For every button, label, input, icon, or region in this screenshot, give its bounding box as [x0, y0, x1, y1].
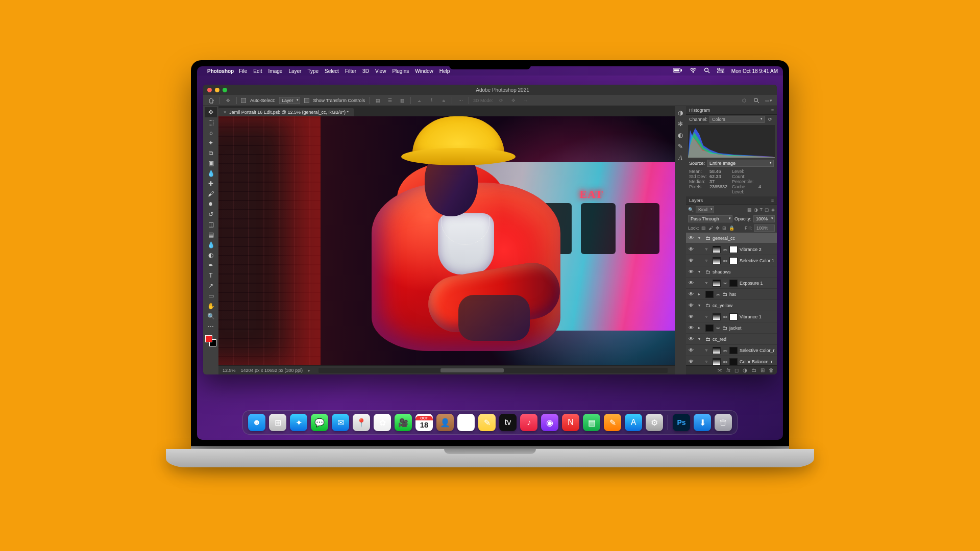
brush-tool[interactable]: 🖌 [205, 189, 217, 199]
adjustment-thumb[interactable] [713, 347, 721, 354]
hand-tool[interactable]: ✋ [205, 301, 217, 311]
layer-name[interactable]: Color Balance_r [740, 359, 773, 364]
menu-select[interactable]: Select [325, 68, 339, 74]
menu-image[interactable]: Image [268, 68, 283, 74]
battery-icon[interactable] [673, 68, 682, 74]
layer-name[interactable]: Selective Color 1 [740, 258, 774, 263]
marquee-tool[interactable]: ⬚ [205, 117, 217, 128]
auto-select-checkbox[interactable] [241, 98, 246, 103]
panel-menu-icon[interactable]: ≡ [771, 108, 774, 113]
visibility-toggle-icon[interactable]: 👁 [688, 314, 694, 319]
menu-3d[interactable]: 3D [362, 68, 369, 74]
dock-contacts[interactable]: 👤 [436, 414, 454, 431]
layer-filter-dropdown[interactable]: Kind [696, 206, 714, 213]
histogram-graph[interactable] [688, 125, 775, 158]
filter-type-icon[interactable]: T [760, 207, 763, 212]
close-button[interactable] [207, 88, 212, 92]
visibility-toggle-icon[interactable]: 👁 [688, 347, 694, 353]
opacity-input[interactable]: 100% [753, 215, 775, 222]
stamp-tool[interactable]: ⧯ [205, 199, 217, 209]
visibility-toggle-icon[interactable]: 👁 [688, 280, 694, 286]
spotlight-icon[interactable] [704, 67, 710, 74]
horizontal-scrollbar[interactable] [318, 368, 668, 373]
filter-pixel-icon[interactable]: ▦ [747, 207, 752, 212]
dock-mail[interactable]: ✉ [332, 414, 349, 431]
layer-name[interactable]: cc_red [713, 337, 726, 342]
dock-photos[interactable]: ✿ [374, 414, 391, 431]
menu-edit[interactable]: Edit [253, 68, 262, 74]
dock-podcasts[interactable]: ◉ [541, 414, 558, 431]
layer-row[interactable]: 👁▾🗀shadows [686, 266, 777, 278]
dock-music[interactable]: ♪ [520, 414, 537, 431]
mask-link-icon[interactable]: ⫘ [723, 314, 727, 319]
new-adjustment-icon[interactable]: ◑ [743, 367, 747, 373]
filter-smart-icon[interactable]: ◈ [771, 207, 775, 212]
filter-adjust-icon[interactable]: ◑ [754, 207, 758, 212]
visibility-toggle-icon[interactable]: 👁 [688, 291, 694, 297]
delete-layer-icon[interactable]: 🗑 [769, 367, 774, 373]
document-tab[interactable]: × Jamil Portrait 16 Edit.psb @ 12.5% (ge… [218, 108, 354, 116]
adjustment-thumb[interactable] [713, 358, 721, 365]
adjustment-thumb[interactable] [713, 257, 721, 264]
visibility-toggle-icon[interactable]: 👁 [688, 235, 694, 241]
dock-tv[interactable]: tv [499, 414, 517, 431]
home-button[interactable] [207, 96, 215, 105]
maximize-button[interactable] [223, 88, 227, 92]
app-menu[interactable]: Photoshop [207, 68, 234, 74]
dock-maps[interactable]: 📍 [353, 414, 370, 431]
dock-safari[interactable]: ✦ [290, 414, 307, 431]
mask-link-icon[interactable]: ⫘ [723, 348, 727, 353]
align-top-icon[interactable]: ⫠ [415, 96, 423, 105]
layer-row[interactable]: 👁▸⫘🗀jacket [686, 322, 777, 334]
layer-mask-thumb[interactable] [729, 280, 738, 287]
dock-trash[interactable]: 🗑 [715, 414, 732, 431]
layer-mask-icon[interactable]: ◻ [734, 367, 739, 373]
layer-row[interactable]: 👁▸⫘🗀hat [686, 289, 777, 300]
styles-panel-icon[interactable]: ✎ [678, 143, 683, 150]
canvas[interactable]: EAT [218, 116, 675, 365]
dock-notes[interactable]: ✎ [478, 414, 496, 431]
group-mask-thumb[interactable] [705, 324, 714, 332]
group-mask-thumb[interactable] [705, 291, 714, 298]
layer-name[interactable]: jacket [729, 325, 742, 331]
mask-link-icon[interactable]: ⫘ [723, 281, 727, 286]
foreground-color-swatch[interactable] [205, 335, 212, 342]
color-swatches[interactable] [205, 335, 216, 346]
adjustment-thumb[interactable] [713, 313, 721, 320]
filter-shape-icon[interactable]: ▢ [765, 207, 769, 212]
tab-close-icon[interactable]: × [224, 110, 226, 115]
menu-help[interactable]: Help [439, 68, 450, 74]
dock-calendar[interactable]: OCT18 [415, 414, 433, 431]
path-tool[interactable]: ↗ [205, 281, 217, 291]
layer-row[interactable]: 👁▿⫘Selective Color_r [686, 345, 777, 356]
layer-name[interactable]: cc_yellow [713, 303, 732, 308]
link-layers-icon[interactable]: ⫘ [717, 367, 722, 373]
visibility-toggle-icon[interactable]: 👁 [688, 325, 694, 331]
layer-mask-thumb[interactable] [729, 313, 738, 320]
auto-select-dropdown[interactable]: Layer [279, 97, 300, 104]
eyedropper-tool[interactable]: 💧 [205, 168, 217, 179]
wifi-icon[interactable] [690, 68, 697, 74]
panel-menu-icon[interactable]: ≡ [771, 198, 774, 203]
gradient-tool[interactable]: ▤ [205, 230, 217, 240]
document-info[interactable]: 14204 px x 10652 px (300 ppi) [241, 368, 303, 373]
layer-mask-thumb[interactable] [729, 246, 738, 253]
disclosure-arrow-icon[interactable]: ▾ [698, 337, 703, 341]
layer-fx-icon[interactable]: fx [726, 367, 730, 373]
layer-list[interactable]: 👁▾🗀general_cc👁▿⫘Vibrance 2👁▿⫘Selective C… [686, 233, 777, 365]
align-bottom-icon[interactable]: ⫨ [439, 96, 448, 105]
dodge-tool[interactable]: ◐ [205, 250, 217, 260]
layer-name[interactable]: Vibrance 1 [740, 314, 762, 319]
zoom-level[interactable]: 12.5% [223, 368, 236, 373]
adjustment-thumb[interactable] [713, 246, 721, 253]
layer-name[interactable]: general_cc [713, 236, 735, 241]
source-dropdown[interactable]: Entire Image [707, 160, 774, 167]
disclosure-arrow-icon[interactable]: ▸ [698, 325, 703, 330]
dock-numbers[interactable]: ▤ [583, 414, 600, 431]
disclosure-arrow-icon[interactable]: ▸ [698, 292, 703, 296]
layer-row[interactable]: 👁▾🗀cc_yellow [686, 300, 777, 311]
lasso-tool[interactable]: ⌕ [205, 128, 217, 138]
move-tool-icon[interactable]: ✥ [224, 96, 232, 105]
lock-pixels-icon[interactable]: 🖌 [708, 226, 713, 231]
minimize-button[interactable] [215, 88, 219, 92]
